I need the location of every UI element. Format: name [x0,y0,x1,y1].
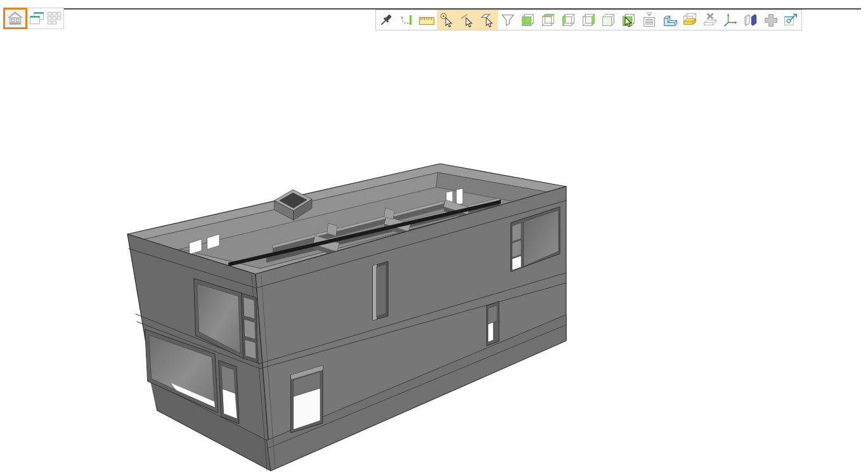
sheet-windows-view-button[interactable] [28,8,46,29]
select-point-icon [439,12,455,29]
model-viewport[interactable] [0,0,868,472]
select-edge-icon [459,12,476,29]
view-top-face-button[interactable] [538,10,559,30]
mullion-pane [243,297,255,319]
plus-icon [763,12,779,29]
remove-section-button[interactable] [700,10,720,30]
filter-icon [500,12,516,29]
axes-icon [722,12,739,29]
view-right-face-button[interactable] [579,10,599,30]
house-icon [6,10,24,27]
element-list-button[interactable] [639,10,659,30]
shaded-cube-icon [600,12,617,29]
measure-button[interactable] [417,10,437,30]
coordinate-axes-button[interactable] [720,10,741,30]
select-point-button[interactable] [437,10,457,30]
select-edge-button[interactable] [457,10,477,30]
storey-slabs-icon [742,12,759,29]
section-profile-icon [661,12,678,29]
grid-icon [46,11,63,26]
add-element-button[interactable] [761,10,781,30]
building-model[interactable] [0,0,868,472]
spin-model-icon [398,12,415,29]
big-window-mullion-pane [512,240,521,258]
cube-top-face-icon [540,12,557,29]
right-slot-window-jamb [373,265,377,320]
section-box-button[interactable] [680,10,700,30]
view-switcher [3,8,64,29]
mullion-pane [244,319,256,339]
cube-right-face-icon [581,12,597,29]
pick-face-button[interactable] [619,10,639,30]
section-profile-button[interactable] [659,10,680,30]
spin-model-button[interactable] [396,10,417,30]
cube-left-face-icon [560,12,577,29]
storey-slabs-button[interactable] [741,10,761,30]
ruler-icon [418,12,435,29]
export-view-button[interactable] [781,10,801,30]
view-shaded-button[interactable] [599,10,619,30]
overlapping-windows-icon [29,11,45,26]
filter-button[interactable] [498,10,518,30]
cube-front-face-icon [520,12,536,29]
main-toolbar [375,10,802,30]
3d-building-view-button[interactable] [3,8,27,29]
view-front-face-button[interactable] [518,10,538,30]
right-lower-slot-through [488,322,493,342]
section-box-icon [682,12,698,29]
export-icon [783,12,800,29]
big-window-mullion-pane [512,223,521,242]
pin-icon [378,12,394,29]
pin-button[interactable] [376,10,396,30]
list-icon [641,12,657,29]
right-slot-window-glass [377,264,386,317]
right-lower-slot-glass [488,305,497,324]
ne-wall-opening [457,188,463,205]
tile-grid-view-button[interactable] [46,8,63,29]
select-face-icon [479,12,496,29]
select-face-button[interactable] [477,10,498,30]
remove-section-icon [702,12,718,29]
app-window: { "app": { "background": "#ffffff", "top… [0,0,868,472]
mullion-pane [245,339,256,359]
view-left-face-button[interactable] [559,10,579,30]
pick-face-icon [621,12,637,29]
